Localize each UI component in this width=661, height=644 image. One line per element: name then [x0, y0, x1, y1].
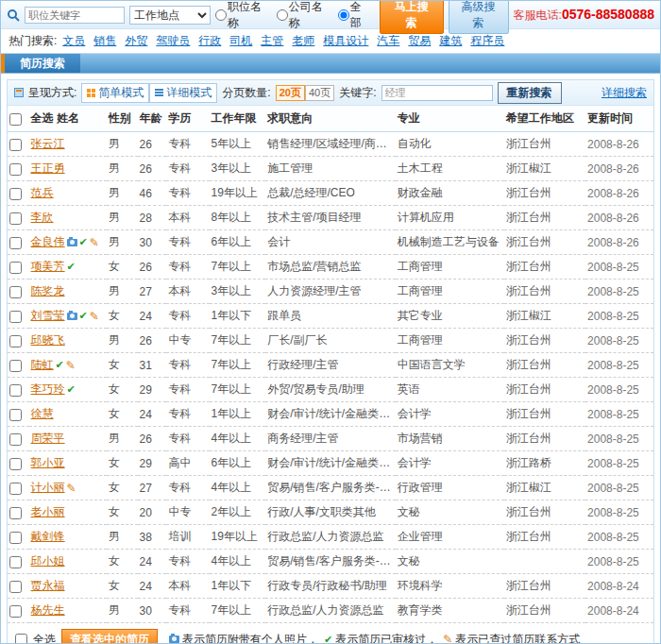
- list-icon: [155, 89, 163, 97]
- resume-table: 全选 姓名 性别 年龄 学历 工作年限 求职意向 专业 希望工作地区 更新时间 …: [8, 106, 653, 623]
- row-checkbox[interactable]: [9, 433, 22, 446]
- cell-major: 机械制造工艺与设备: [396, 230, 504, 255]
- resume-name-link[interactable]: 郭小亚: [31, 456, 65, 469]
- hot-search-link[interactable]: 老师: [292, 34, 314, 47]
- row-checkbox[interactable]: [9, 237, 22, 249]
- re-search-button[interactable]: 重新搜索: [498, 82, 562, 104]
- cell-experience: 19年以上: [210, 525, 266, 550]
- resume-name-link[interactable]: 王正勇: [31, 161, 65, 175]
- resume-name-link[interactable]: 邱小姐: [31, 554, 65, 568]
- header-name: 全选 姓名: [29, 106, 107, 132]
- row-checkbox[interactable]: [9, 360, 22, 372]
- cell-updated: 2008-8-25: [585, 451, 653, 476]
- verified-icon: ✔: [67, 383, 76, 396]
- scope-radio-2[interactable]: 公司名称: [277, 0, 334, 31]
- resume-name-link[interactable]: 张云江: [31, 137, 65, 150]
- detail-search-link[interactable]: 详细搜索: [602, 85, 647, 101]
- hot-search-link[interactable]: 司机: [229, 34, 252, 47]
- location-select[interactable]: 工作地点: [129, 6, 211, 25]
- row-checkbox[interactable]: [9, 507, 22, 519]
- cell-region: 浙江台州: [504, 378, 585, 402]
- scope-radio-input[interactable]: [338, 9, 349, 21]
- page-size-button[interactable]: 20页: [276, 85, 305, 101]
- cell-updated: 2008-8-25: [585, 525, 653, 550]
- detail-mode-button[interactable]: 详细模式: [149, 83, 217, 103]
- row-checkbox[interactable]: [9, 286, 22, 298]
- cell-updated: 2008-8-25: [585, 280, 653, 304]
- row-checkbox[interactable]: [9, 409, 22, 421]
- hot-search-link[interactable]: 驾驶员: [156, 34, 190, 47]
- row-checkbox[interactable]: [9, 212, 22, 225]
- row-checkbox[interactable]: [9, 384, 22, 397]
- scope-radio-1[interactable]: 职位名称: [215, 0, 273, 31]
- hot-search-link[interactable]: 文员: [62, 34, 85, 47]
- cell-gender: 女: [107, 476, 138, 500]
- resume-name-link[interactable]: 陈奖龙: [31, 284, 65, 297]
- result-keyword-input[interactable]: [381, 85, 493, 101]
- hot-search-link[interactable]: 模具设计: [323, 34, 368, 47]
- row-checkbox[interactable]: [9, 163, 22, 176]
- hot-search-link[interactable]: 行政: [198, 34, 221, 47]
- row-checkbox[interactable]: [9, 483, 22, 495]
- row-checkbox[interactable]: [9, 335, 22, 347]
- resume-name-link[interactable]: 周荣平: [31, 432, 65, 445]
- row-checkbox[interactable]: [9, 188, 22, 200]
- resume-name-link[interactable]: 金良伟: [31, 235, 65, 248]
- resume-name-link[interactable]: 贾永福: [31, 579, 65, 592]
- resume-name-link[interactable]: 老小丽: [31, 505, 65, 518]
- row-checkbox[interactable]: [9, 556, 22, 568]
- page-size-button[interactable]: 40页: [305, 85, 334, 101]
- view-selected-button[interactable]: 查看选中的简历: [61, 629, 158, 644]
- resume-name-link[interactable]: 刘雪莹: [31, 309, 65, 322]
- cell-major: 会计学: [396, 402, 504, 427]
- cell-objective: 施工管理: [265, 157, 396, 181]
- row-checkbox[interactable]: [9, 311, 22, 323]
- row-checkbox[interactable]: [9, 605, 22, 618]
- resume-name-link[interactable]: 杨先生: [31, 603, 65, 617]
- row-checkbox[interactable]: [9, 581, 22, 593]
- cell-objective: 财会/审计/统计/金融类-其他: [265, 402, 396, 427]
- resume-name-link[interactable]: 戴剑锋: [31, 530, 65, 543]
- hot-search-link[interactable]: 外贸: [125, 34, 147, 47]
- scope-radio-input[interactable]: [277, 9, 288, 21]
- cell-name: 李巧玲✔: [29, 378, 107, 402]
- cell-objective: 贸易/销售/客户服务类-不限: [265, 476, 396, 500]
- resume-name-link[interactable]: 李巧玲: [31, 382, 65, 396]
- hot-search-link[interactable]: 建筑: [439, 34, 462, 47]
- cell-name: 郭小亚: [29, 451, 107, 476]
- cell-major: 土木工程: [396, 157, 504, 181]
- scope-radio-3[interactable]: 全部: [338, 0, 373, 31]
- row-checkbox[interactable]: [9, 139, 22, 151]
- photo-icon: [67, 313, 77, 320]
- cell-checkbox: [8, 402, 29, 427]
- resume-name-link[interactable]: 李欣: [31, 211, 54, 224]
- cell-experience: 7年以上: [210, 599, 266, 623]
- hot-search-link[interactable]: 主管: [261, 34, 283, 47]
- grid-icon: [87, 89, 95, 97]
- resume-name-link[interactable]: 项美芳: [31, 260, 65, 273]
- search-now-button[interactable]: 马上搜索: [380, 0, 444, 34]
- row-checkbox[interactable]: [9, 262, 22, 274]
- resume-name-link[interactable]: 徐慧: [31, 407, 54, 420]
- resume-name-link[interactable]: 范兵: [31, 186, 54, 199]
- row-checkbox[interactable]: [9, 532, 22, 544]
- footer-select-all-checkbox[interactable]: [15, 634, 27, 644]
- select-all-checkbox[interactable]: [9, 113, 22, 126]
- hot-search-link[interactable]: 销售: [93, 34, 116, 47]
- cell-checkbox: [8, 550, 29, 574]
- hot-search-link[interactable]: 汽车: [377, 34, 399, 47]
- resume-name-link[interactable]: 邱晓飞: [31, 333, 65, 347]
- resume-name-link[interactable]: 陆虹: [31, 358, 54, 371]
- cell-major: 文秘: [396, 550, 504, 574]
- mode-button-label: 简单模式: [98, 85, 144, 101]
- simple-mode-button[interactable]: 简单模式: [81, 83, 149, 103]
- hot-search-link[interactable]: 贸易: [408, 34, 431, 47]
- cell-experience: 7年以上: [210, 378, 266, 402]
- row-checkbox[interactable]: [9, 458, 22, 470]
- hot-search-link[interactable]: 程序员: [470, 34, 504, 47]
- scope-radio-input[interactable]: [215, 9, 227, 21]
- job-keyword-input[interactable]: [25, 7, 125, 24]
- cell-region: 浙江台州: [504, 132, 585, 157]
- resume-name-link[interactable]: 计小丽: [31, 481, 65, 494]
- advanced-search-button[interactable]: 高级搜索: [449, 0, 509, 34]
